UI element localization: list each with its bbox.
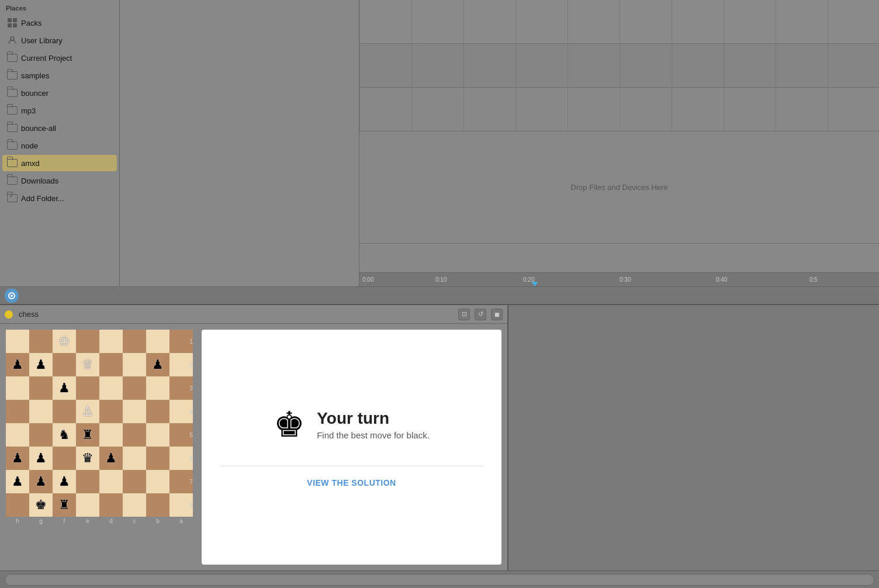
chess-cell[interactable] (99, 470, 123, 493)
puzzle-title: Your turn (317, 409, 430, 428)
chess-cell[interactable]: ♟ (6, 447, 29, 470)
chess-cell[interactable]: ♜ (76, 423, 99, 447)
chess-cell[interactable] (53, 400, 76, 423)
window-ctrl-1[interactable]: ⊡ (458, 309, 470, 320)
chess-cell[interactable] (29, 423, 53, 447)
chess-cell[interactable] (6, 330, 29, 353)
timeline-ruler: 0:00 0:10 0:20 0:30 0:40 0:5 (359, 272, 879, 286)
chess-cell[interactable]: ♚ (29, 493, 53, 517)
folder-icon (7, 175, 18, 186)
traffic-light-yellow[interactable] (5, 310, 13, 319)
chess-cell[interactable] (99, 330, 123, 353)
chess-cell[interactable] (146, 470, 169, 493)
traffic-lights (5, 310, 13, 319)
chess-cell[interactable]: ♟ (99, 447, 123, 470)
chess-cell[interactable] (99, 493, 123, 517)
chess-cell[interactable]: ♜ (53, 493, 76, 517)
chess-cell[interactable] (123, 330, 146, 353)
chess-cell[interactable] (99, 353, 123, 376)
folder-plus-icon (7, 193, 18, 203)
timeline-panel: Drop Files and Devices Here 0:00 0:10 0:… (359, 0, 879, 286)
sidebar-item-downloads[interactable]: Downloads (2, 172, 117, 189)
chess-cell[interactable] (146, 493, 169, 517)
chess-cell[interactable] (99, 400, 123, 423)
sidebar-item-bouncer[interactable]: bouncer (2, 85, 117, 101)
places-label: Places (0, 0, 119, 14)
bottom-search-input[interactable] (5, 574, 874, 586)
sidebar-item-samples[interactable]: samples (2, 67, 117, 84)
sidebar-item-current-project[interactable]: Current Project (2, 50, 117, 66)
chess-cell[interactable]: ♕ (76, 353, 99, 376)
sidebar-item-bounce-all[interactable]: bounce-all (2, 120, 117, 136)
chess-cell[interactable] (29, 376, 53, 400)
track-row-3 (359, 88, 879, 132)
chess-cell[interactable] (146, 447, 169, 470)
window-ctrl-3[interactable]: ⏹ (491, 309, 503, 320)
grid-icon (7, 18, 18, 28)
chess-cell[interactable]: ♟ (29, 470, 53, 493)
view-solution-button[interactable]: VIEW THE SOLUTION (307, 478, 396, 487)
svg-point-0 (11, 37, 14, 40)
chess-cell[interactable] (146, 330, 169, 353)
chess-cell[interactable] (123, 353, 146, 376)
chess-king-icon: ♚ (274, 407, 305, 442)
board-labels-right: 1 2 3 4 5 6 7 8 (186, 330, 196, 517)
chess-cell[interactable]: ♟ (53, 470, 76, 493)
chess-cell[interactable]: ♟ (29, 447, 53, 470)
chess-cell[interactable] (99, 423, 123, 447)
chess-board[interactable]: ♔♟♟♕♟♟♙♞♜♟♟♛♟♟♟♟♚♜ (6, 330, 193, 517)
sidebar-item-packs[interactable]: Packs (2, 15, 117, 31)
chess-cell[interactable]: ♟ (53, 376, 76, 400)
sidebar-item-amxd[interactable]: amxd (2, 155, 117, 171)
chess-cell[interactable]: ♟ (6, 470, 29, 493)
chess-cell[interactable] (146, 376, 169, 400)
sidebar-item-node[interactable]: node (2, 137, 117, 154)
chess-cell[interactable] (6, 423, 29, 447)
folder-icon (7, 88, 18, 98)
chess-cell[interactable] (123, 376, 146, 400)
puzzle-divider (219, 466, 484, 466)
chess-cell[interactable] (76, 330, 99, 353)
window-ctrl-2[interactable]: ↺ (475, 309, 486, 320)
chess-cell[interactable] (6, 400, 29, 423)
chess-cell[interactable] (53, 447, 76, 470)
drop-zone[interactable]: Drop Files and Devices Here (359, 132, 879, 243)
chess-cell[interactable] (123, 447, 146, 470)
puzzle-header: ♚ Your turn Find the best move for black… (274, 407, 430, 442)
chess-cell[interactable] (146, 423, 169, 447)
chess-cell[interactable] (6, 493, 29, 517)
chess-cell[interactable] (123, 470, 146, 493)
chess-cell[interactable] (123, 423, 146, 447)
chess-cell[interactable] (123, 400, 146, 423)
chess-cell[interactable] (146, 400, 169, 423)
puzzle-title-block: Your turn Find the best move for black. (317, 409, 430, 440)
folder-icon (7, 158, 18, 168)
chess-content: ♔♟♟♕♟♟♙♞♜♟♟♛♟♟♟♟♚♜ 1 2 3 4 5 6 7 8 h g f… (0, 324, 507, 570)
chess-cell[interactable]: ♟ (6, 353, 29, 376)
chess-cell[interactable] (76, 470, 99, 493)
chess-cell[interactable]: ♙ (76, 400, 99, 423)
chess-cell[interactable] (123, 493, 146, 517)
chess-cell[interactable] (29, 400, 53, 423)
track-row-2 (359, 44, 879, 88)
chess-window-title: chess (19, 310, 39, 319)
sidebar-item-user-library[interactable]: User Library (2, 32, 117, 49)
chess-cell[interactable] (6, 376, 29, 400)
chess-cell[interactable] (76, 376, 99, 400)
chess-board-container: ♔♟♟♕♟♟♙♞♜♟♟♛♟♟♟♟♚♜ 1 2 3 4 5 6 7 8 h g f… (0, 324, 196, 570)
sidebar-item-mp3[interactable]: mp3 (2, 102, 117, 119)
sidebar-item-add-folder[interactable]: Add Folder... (2, 190, 117, 206)
sync-icon[interactable] (5, 289, 19, 303)
svg-point-2 (11, 295, 13, 297)
chess-cell[interactable]: ♟ (29, 353, 53, 376)
chess-cell[interactable] (53, 353, 76, 376)
chess-cell[interactable]: ♞ (53, 423, 76, 447)
chess-cell[interactable] (99, 376, 123, 400)
chess-cell[interactable]: ♔ (53, 330, 76, 353)
chess-cell[interactable]: ♟ (146, 353, 169, 376)
chess-cell[interactable]: ♛ (76, 447, 99, 470)
chess-cell[interactable] (29, 330, 53, 353)
file-browser-panel (120, 0, 359, 286)
board-labels-bottom: h g f e d c b a (6, 517, 193, 524)
chess-cell[interactable] (76, 493, 99, 517)
